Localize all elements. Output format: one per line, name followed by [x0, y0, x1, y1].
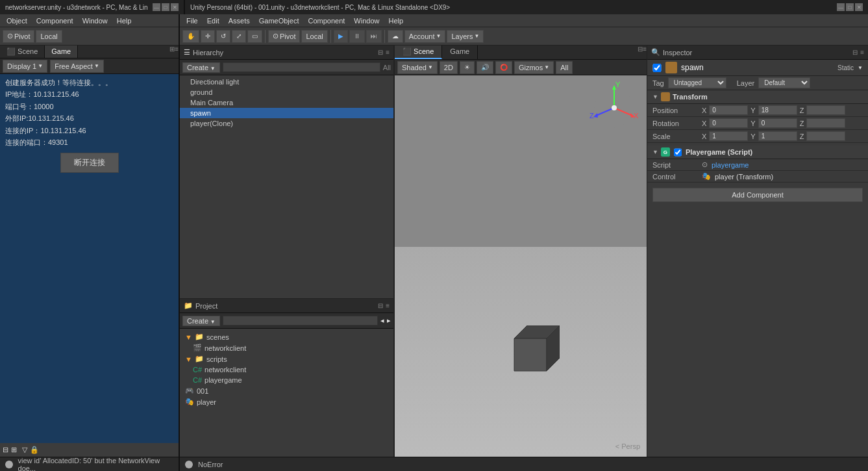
pivot-btn-left[interactable]: ⊙ Pivot [3, 30, 34, 43]
scale-x[interactable] [709, 131, 748, 141]
tab-game-left[interactable]: Game [45, 45, 78, 58]
hierarchy-item-ground[interactable]: ground [180, 87, 393, 97]
project-item-networkclient-script[interactable]: C# networkclient [180, 364, 393, 375]
object-active-checkbox[interactable] [652, 64, 662, 72]
scene-menu[interactable]: ≡ [643, 45, 647, 59]
project-item-networkclient-scene[interactable]: 🎬 networkclient [180, 342, 393, 353]
tag-select[interactable]: Untagged [668, 77, 726, 88]
local-btn-left[interactable]: Local [36, 30, 62, 43]
maximize-btn-right[interactable]: □ [846, 3, 854, 11]
tab-scene-right[interactable]: ⬛ Scene [395, 45, 442, 59]
layers-btn[interactable]: Layers ▼ [447, 30, 484, 43]
lock-icon[interactable]: 🔒 [30, 446, 39, 454]
rotation-y[interactable] [758, 118, 797, 128]
script-value[interactable]: playergame [712, 161, 749, 169]
playergame-header[interactable]: ▼ G Playergame (Script) [647, 146, 868, 159]
scene-view[interactable]: Y X Z [395, 75, 647, 457]
effects-btn[interactable]: ⭕ [495, 61, 512, 74]
scene-all-btn[interactable]: All [556, 61, 573, 74]
menu-component-left[interactable]: Component [32, 16, 77, 26]
disconnect-button[interactable]: 断开连接 [60, 153, 119, 173]
menu-window-right[interactable]: Window [350, 16, 383, 26]
lighting-btn[interactable]: ☀ [460, 61, 475, 74]
maximize-btn-left[interactable]: □ [162, 3, 169, 11]
step-btn[interactable]: ⏭ [366, 30, 382, 43]
project-item-001[interactable]: 🎮 001 [180, 385, 393, 396]
rotation-x[interactable] [709, 118, 748, 128]
local-btn-right[interactable]: Local [301, 30, 327, 43]
inspector-pin[interactable]: ⊟ [852, 49, 858, 56]
hierarchy-create-btn[interactable]: Create ▼ [182, 62, 220, 73]
position-y[interactable] [758, 105, 797, 115]
project-item-player[interactable]: 🎭 player [180, 396, 393, 407]
hierarchy-item-player[interactable]: player(Clone) [180, 118, 393, 129]
account-btn[interactable]: Account ▼ [404, 30, 446, 43]
pause-btn[interactable]: ⏸ [349, 30, 365, 43]
cloud-btn[interactable]: ☁ [388, 30, 403, 43]
project-item-scenes[interactable]: ▼ 📁 scenes [180, 331, 393, 342]
hierarchy-item-directional[interactable]: Directional light [180, 77, 393, 87]
hierarchy-pin[interactable]: ⊟ [378, 49, 383, 56]
collapse-icon[interactable]: ⊟ [3, 446, 8, 454]
menu-help-left[interactable]: Help [113, 16, 136, 26]
rotate-tool-btn[interactable]: ↺ [216, 30, 230, 43]
minimize-btn-right[interactable]: — [837, 3, 845, 11]
rect-tool-btn[interactable]: ▭ [247, 30, 262, 43]
hierarchy-menu[interactable]: ≡ [386, 49, 390, 56]
menu-window-left[interactable]: Window [79, 16, 112, 26]
menu-gameobject[interactable]: GameObject [255, 16, 303, 26]
project-pin[interactable]: ⊟ [378, 302, 383, 309]
scale-tool-btn[interactable]: ⤢ [232, 30, 246, 43]
position-x[interactable] [709, 105, 748, 115]
scene-pin[interactable]: ⊟ [638, 45, 643, 59]
menu-assets[interactable]: Assets [225, 16, 254, 26]
tab-game-right[interactable]: Game [442, 45, 478, 59]
audio-btn[interactable]: 🔊 [477, 61, 493, 74]
menu-help-right[interactable]: Help [384, 16, 407, 26]
project-search[interactable] [223, 316, 378, 325]
project-menu[interactable]: ≡ [386, 302, 390, 309]
menu-file[interactable]: File [182, 16, 202, 26]
menu-icon-left[interactable]: ≡ [175, 45, 179, 58]
project-item-scripts[interactable]: ▼ 📁 scripts [180, 353, 393, 364]
close-btn-left[interactable]: ✕ [171, 3, 179, 11]
play-btn[interactable]: ▶ [334, 30, 348, 43]
inspector-menu[interactable]: ≡ [860, 49, 864, 56]
project-item-playergame[interactable]: C# playergame [180, 375, 393, 385]
filter-icon[interactable]: ▽ [22, 446, 27, 454]
scale-z[interactable] [806, 131, 845, 141]
transform-collapse: ▼ [652, 94, 658, 100]
project-create-btn[interactable]: Create ▼ [182, 316, 220, 326]
display-btn[interactable]: Display 1 ▼ [3, 60, 47, 73]
gizmos-btn[interactable]: Gizmos ▼ [514, 61, 554, 74]
tab-scene-left[interactable]: ⬛ Scene [0, 45, 45, 58]
expand-icon[interactable]: ⊞ [11, 446, 17, 454]
menu-object[interactable]: Object [3, 16, 31, 26]
hand-tool-btn[interactable]: ✋ [182, 30, 199, 43]
pivot-btn-right[interactable]: ⊙ Pivot [268, 30, 300, 43]
scene-toolbar: Shaded ▼ 2D ☀ 🔊 ⭕ Gizmos ▼ [395, 60, 647, 75]
hierarchy-item-camera[interactable]: Main Camera [180, 97, 393, 108]
close-btn-right[interactable]: ✕ [855, 3, 863, 11]
layer-select[interactable]: Default [758, 77, 810, 88]
playergame-checkbox[interactable] [674, 148, 682, 157]
menu-component-right[interactable]: Component [304, 16, 349, 26]
scale-y[interactable] [758, 131, 797, 141]
rotation-z[interactable] [806, 118, 845, 128]
minimize-btn-left[interactable]: — [153, 3, 160, 11]
transform-header[interactable]: ▼ Transform [647, 90, 868, 104]
2d-btn[interactable]: 2D [440, 61, 458, 74]
add-component-button[interactable]: Add Component [652, 188, 863, 202]
shaded-btn[interactable]: Shaded ▼ [397, 61, 438, 74]
move-tool-btn[interactable]: ✛ [201, 30, 215, 43]
hierarchy-search[interactable] [223, 62, 380, 72]
project-forward-icon[interactable]: ▸ [387, 316, 391, 325]
hierarchy-icon: ☰ [184, 48, 190, 57]
project-back-icon[interactable]: ◂ [380, 316, 384, 325]
menu-edit[interactable]: Edit [203, 16, 223, 26]
aspect-btn[interactable]: Free Aspect ▼ [50, 60, 104, 73]
pin-icon-left[interactable]: ⊞ [169, 45, 175, 58]
hierarchy-item-spawn[interactable]: spawn [180, 108, 393, 118]
position-z[interactable] [806, 105, 845, 115]
project-panel: 📁 Project ⊟ ≡ Create ▼ ◂ ▸ [180, 299, 393, 457]
